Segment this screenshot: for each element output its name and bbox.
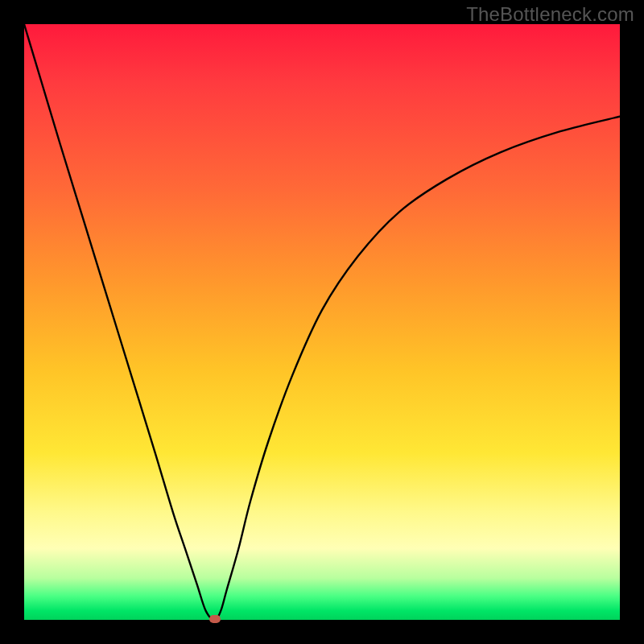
plot-area [24,24,620,620]
watermark-text: TheBottleneck.com [466,3,634,26]
bottleneck-curve [24,24,620,620]
curve-path [24,24,620,620]
optimal-point-marker [209,615,221,623]
chart-frame: TheBottleneck.com [0,0,644,644]
